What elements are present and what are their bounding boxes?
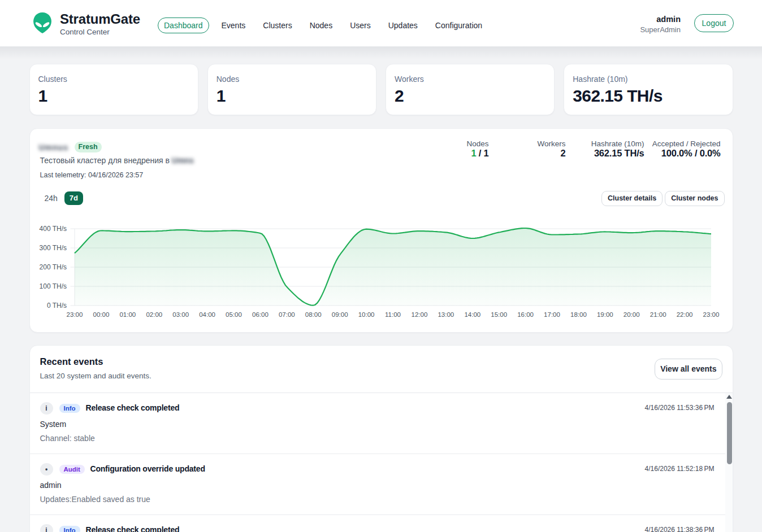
svg-text:14:00: 14:00 [464,311,480,318]
svg-text:00:00: 00:00 [93,311,109,318]
svg-text:23:00: 23:00 [703,311,719,318]
svg-text:09:00: 09:00 [331,311,348,318]
svg-text:11:00: 11:00 [385,311,401,318]
svg-text:23:00: 23:00 [66,311,83,318]
svg-text:16:00: 16:00 [517,311,534,318]
svg-text:03:00: 03:00 [172,311,189,318]
svg-text:17:00: 17:00 [544,311,560,318]
svg-text:18:00: 18:00 [570,311,587,318]
svg-text:200 TH/s: 200 TH/s [39,263,66,271]
svg-text:0 TH/s: 0 TH/s [46,302,66,309]
svg-text:07:00: 07:00 [278,311,295,318]
svg-text:15:00: 15:00 [491,311,507,318]
svg-text:04:00: 04:00 [199,311,215,318]
svg-text:10:00: 10:00 [358,311,374,318]
svg-text:06:00: 06:00 [252,311,269,318]
svg-text:400 TH/s: 400 TH/s [39,225,66,233]
svg-text:02:00: 02:00 [146,311,162,318]
svg-text:05:00: 05:00 [226,311,242,318]
svg-text:300 TH/s: 300 TH/s [39,244,66,252]
svg-text:19:00: 19:00 [596,311,613,318]
svg-text:22:00: 22:00 [676,311,692,318]
svg-text:13:00: 13:00 [438,311,454,318]
svg-text:21:00: 21:00 [650,311,666,318]
svg-text:08:00: 08:00 [305,311,321,318]
svg-text:20:00: 20:00 [623,311,639,318]
svg-text:12:00: 12:00 [411,311,427,318]
svg-text:01:00: 01:00 [119,311,136,318]
svg-text:100 TH/s: 100 TH/s [39,282,66,290]
